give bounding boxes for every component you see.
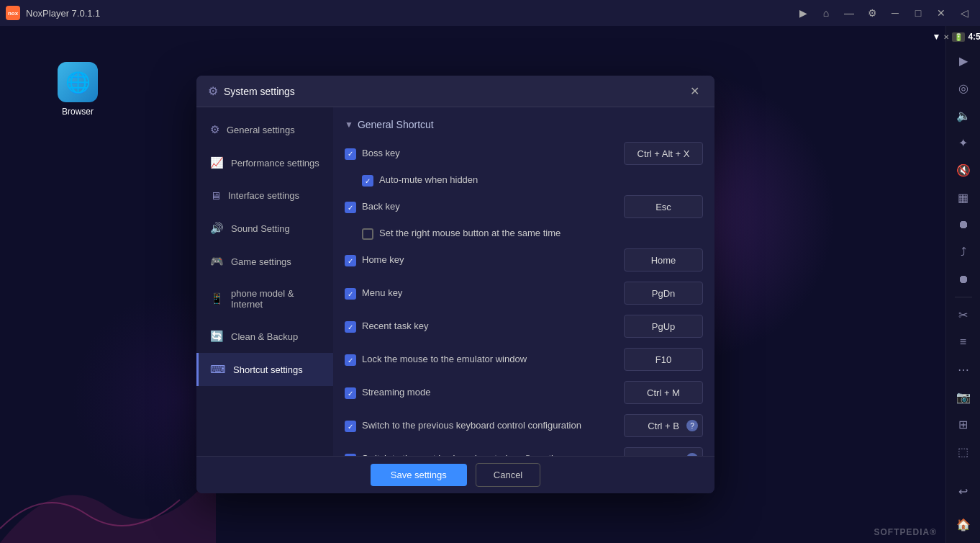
lock-mouse-value: F10 — [655, 354, 671, 365]
right-mouse-left: Set the right mouse button at the same t… — [362, 227, 703, 240]
back-key-value: Esc — [655, 202, 671, 212]
menu-key-checkbox[interactable]: ✓ — [345, 288, 356, 300]
prev-keyboard-checkmark: ✓ — [348, 423, 353, 431]
nav-item-game[interactable]: 🎮 Game settings — [196, 245, 333, 278]
prev-keyboard-value: Ctrl + B — [648, 421, 679, 431]
window-close-icon[interactable]: ✕ — [931, 3, 951, 23]
nav-item-backup[interactable]: 🔄 Clean & Backup — [196, 320, 333, 353]
menu-key-label: Menu key — [362, 287, 612, 300]
nav-backup-icon: 🔄 — [210, 330, 224, 343]
save-settings-button[interactable]: Save settings — [371, 464, 467, 486]
back-key-input[interactable]: Esc — [624, 195, 703, 218]
recent-task-label: Recent task key — [362, 320, 612, 333]
softpedia-watermark: SOFTPEDIA® — [874, 527, 937, 537]
auto-mute-checkbox[interactable]: ✓ — [362, 175, 373, 187]
sidebar-play-icon[interactable]: ▶ — [950, 48, 976, 73]
cancel-button[interactable]: Cancel — [476, 463, 540, 487]
back-key-row: ✓ Back key Esc — [345, 194, 703, 220]
menu-key-input[interactable]: PgDn — [624, 282, 703, 305]
streaming-mode-left: ✓ Streaming mode — [345, 386, 612, 399]
nav-item-general[interactable]: ⚙ General settings — [196, 113, 333, 146]
prev-keyboard-left: ✓ Switch to the previous keyboard contro… — [345, 419, 612, 432]
sidebar-back-icon[interactable]: ↩ — [950, 478, 976, 504]
back-nav-icon[interactable]: ◁ — [954, 3, 974, 23]
nav-shortcut-label: Shortcut settings — [233, 364, 303, 375]
back-key-checkbox[interactable]: ✓ — [345, 202, 356, 213]
streaming-mode-value: Ctrl + M — [647, 387, 680, 398]
sidebar-record-icon[interactable]: ⏺ — [950, 212, 976, 238]
modal-header-left: ⚙ System settings — [208, 84, 295, 98]
next-keyboard-help-icon[interactable]: ? — [686, 453, 698, 456]
sidebar-menu-icon[interactable]: ≡ — [950, 329, 976, 355]
lock-mouse-input[interactable]: F10 — [624, 348, 703, 371]
system-settings-modal: ⚙ System settings ✕ ⚙ General settings 📈… — [196, 76, 714, 493]
recent-task-checkbox[interactable]: ✓ — [345, 321, 356, 333]
recent-task-input[interactable]: PgUp — [624, 315, 703, 338]
home-key-checkbox[interactable]: ✓ — [345, 255, 356, 266]
settings-gear-icon: ⚙ — [208, 84, 218, 98]
topbar-minimize-icon[interactable]: — — [839, 3, 859, 23]
prev-keyboard-input[interactable]: Ctrl + B ? — [624, 414, 703, 437]
menu-key-value: PgDn — [652, 288, 676, 299]
home-key-left: ✓ Home key — [345, 253, 612, 266]
sidebar-volume-down-icon[interactable]: 🔇 — [950, 157, 976, 183]
sidebar-camera-icon[interactable]: 📷 — [950, 384, 976, 410]
status-time: 4:55 — [968, 32, 980, 42]
sidebar-location-icon[interactable]: ◎ — [950, 75, 976, 101]
play-icon[interactable]: ▶ — [793, 3, 813, 23]
right-mouse-row: Set the right mouse button at the same t… — [362, 227, 703, 240]
back-key-label: Back key — [362, 200, 612, 213]
next-keyboard-input[interactable]: Ctrl + F ? — [624, 447, 703, 456]
nox-logo: nox — [6, 6, 20, 20]
menu-key-checkmark: ✓ — [348, 290, 353, 298]
home-key-input[interactable]: Home — [624, 248, 703, 272]
sidebar-volume-up-icon[interactable]: 🔈 — [950, 102, 976, 128]
back-key-left: ✓ Back key — [345, 200, 612, 213]
nav-item-shortcut[interactable]: ⌨ Shortcut settings — [196, 353, 333, 386]
topbar-settings-icon[interactable]: ⚙ — [862, 3, 882, 23]
back-key-checkmark: ✓ — [348, 204, 353, 212]
recent-task-row: ✓ Recent task key PgUp — [345, 313, 703, 339]
window-maximize-icon[interactable]: □ — [908, 3, 928, 23]
sidebar-grid-icon[interactable]: ⊞ — [950, 411, 976, 437]
streaming-mode-input[interactable]: Ctrl + M — [624, 381, 703, 404]
desktop: 🌐 Browser ⚙ System settings ✕ ⚙ General — [0, 26, 945, 543]
menu-key-left: ✓ Menu key — [345, 287, 612, 300]
sidebar-scissors-icon[interactable]: ✂ — [950, 302, 976, 328]
modal-close-button[interactable]: ✕ — [686, 83, 703, 100]
sidebar-display-icon[interactable]: ▦ — [950, 184, 976, 210]
boss-key-input[interactable]: Ctrl + Alt + X — [624, 142, 703, 165]
sidebar-copy-icon[interactable]: ⬚ — [950, 439, 976, 465]
recent-task-value: PgUp — [652, 321, 676, 332]
nav-item-interface[interactable]: 🖥 Interface settings — [196, 179, 333, 212]
nav-item-phone[interactable]: 📱 phone model & Internet — [196, 278, 333, 320]
sidebar-more-icon[interactable]: ⋯ — [950, 356, 976, 382]
streaming-mode-checkbox[interactable]: ✓ — [345, 387, 356, 399]
nav-game-icon: 🎮 — [210, 255, 224, 268]
right-mouse-checkbox[interactable] — [362, 228, 373, 240]
auto-mute-label: Auto-mute when hidden — [379, 174, 703, 187]
boss-key-left: ✓ Boss key — [345, 147, 612, 160]
sidebar-home2-icon[interactable]: 🏠 — [950, 511, 976, 537]
nav-item-sound[interactable]: 🔊 Sound Setting — [196, 212, 333, 245]
section-chevron-icon: ▼ — [345, 120, 353, 130]
window-minimize-icon[interactable]: ─ — [885, 3, 905, 23]
prev-keyboard-label: Switch to the previous keyboard control … — [362, 419, 612, 432]
sidebar-import-icon[interactable]: ⤴ — [950, 239, 976, 265]
auto-mute-left: ✓ Auto-mute when hidden — [362, 174, 703, 187]
sidebar-sparkle-icon[interactable]: ✦ — [950, 130, 976, 156]
boss-key-value: Ctrl + Alt + X — [638, 148, 690, 159]
home-icon[interactable]: ⌂ — [816, 3, 836, 23]
prev-keyboard-checkbox[interactable]: ✓ — [345, 421, 356, 432]
sidebar-record2-icon[interactable]: ⏺ — [950, 266, 976, 292]
boss-key-checkmark: ✓ — [348, 150, 353, 158]
nav-item-performance[interactable]: 📈 Performance settings — [196, 146, 333, 179]
section-title: General Shortcut — [358, 119, 434, 130]
right-mouse-label: Set the right mouse button at the same t… — [379, 227, 703, 240]
prev-keyboard-help-icon[interactable]: ? — [686, 420, 698, 431]
recent-task-left: ✓ Recent task key — [345, 320, 612, 333]
home-key-row: ✓ Home key Home — [345, 247, 703, 273]
nav-general-label: General settings — [227, 125, 295, 135]
lock-mouse-checkbox[interactable]: ✓ — [345, 354, 356, 366]
boss-key-checkbox[interactable]: ✓ — [345, 148, 356, 160]
